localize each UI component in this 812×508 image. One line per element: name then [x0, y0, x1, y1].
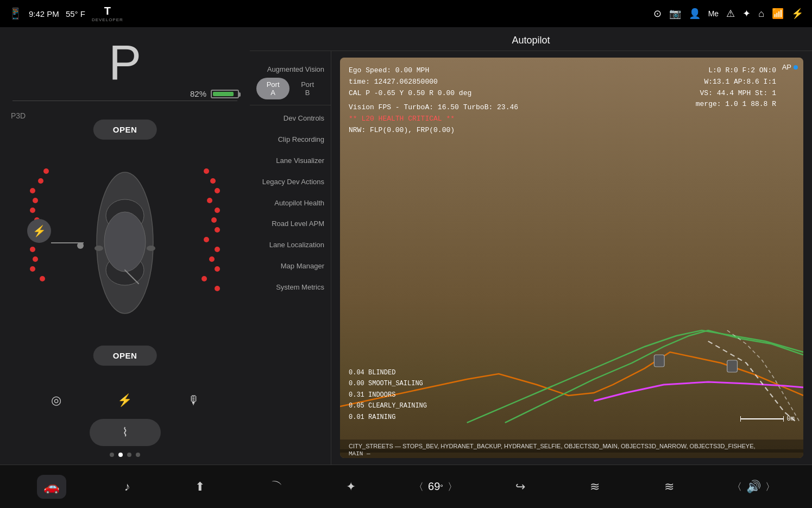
top-right-line4: merge: 1.0 1 88.8 R	[696, 99, 776, 110]
battery-percent: 82%	[190, 89, 206, 98]
developer-label: DEVELOPER	[92, 17, 123, 22]
page-dot	[127, 453, 131, 457]
taskbar-phone[interactable]: ↪	[509, 475, 532, 498]
circle-icon-button[interactable]: ◎	[44, 388, 68, 412]
taskbar-seatbelt[interactable]: ⌒	[263, 474, 288, 499]
person-icon[interactable]: 👤	[689, 8, 701, 20]
music-icon: ♪	[124, 480, 130, 494]
clearly-raining-text: 0.05 CLEARLY_RAINING	[349, 400, 427, 411]
heat1-icon: ≋	[590, 480, 600, 494]
left-panel: P 82% P3D OPEN	[0, 27, 250, 465]
wiper-button[interactable]: ⌇	[90, 419, 161, 446]
taskbar-music[interactable]: ♪	[118, 475, 137, 498]
home-icon[interactable]: ⌂	[758, 8, 764, 20]
ap-badge: AP	[782, 63, 798, 71]
svg-rect-8	[727, 360, 738, 372]
sidebar-item-clip-recording[interactable]: Clip Recording	[250, 130, 331, 150]
vol-left-chevron[interactable]: 〈	[732, 480, 742, 493]
top-right-line3: VS: 44.4 MPH St: 1	[696, 88, 776, 99]
steering-icon[interactable]: ⊙	[653, 8, 662, 20]
charge-icon: ⚡	[33, 224, 46, 237]
alert-icon[interactable]: ⚠	[726, 8, 735, 20]
svg-point-5	[95, 246, 103, 251]
sidebar-item-autopilot-health[interactable]: Autopilot Health	[250, 193, 331, 214]
lightning-icon-button[interactable]: ⚡	[113, 388, 137, 412]
menu-icon: ⬆	[195, 480, 205, 494]
status-bar-left: 📱 9:42 PM 55° F T DEVELOPER	[9, 5, 259, 22]
top-right-line2: W:13.1 AP:8.6 I:1	[696, 77, 776, 88]
main-label-bar: MAIN —	[340, 449, 803, 458]
taskbar-menu[interactable]: ⬆	[188, 475, 211, 498]
radar-dots-right	[202, 168, 220, 291]
taskbar-heat1[interactable]: ≋	[583, 475, 606, 498]
raining-text: 0.01 RAINING	[349, 412, 427, 423]
page-dot-active	[118, 453, 123, 457]
temp-value: 69°	[428, 480, 443, 493]
radar-dot	[30, 208, 35, 213]
indoors-text: 0.31 INDOORS	[349, 390, 427, 400]
taskbar-car[interactable]: 🚗	[37, 475, 66, 499]
page-dot	[110, 453, 114, 457]
sidebar-item-lane-visualizer[interactable]: Lane Visualizer	[250, 151, 331, 171]
sidebar-item-legacy-dev-actions[interactable]: Legacy Dev Actions	[250, 172, 331, 192]
radar-dot	[30, 266, 35, 272]
radar-dot	[43, 168, 49, 174]
distance-label: 0m	[787, 415, 795, 423]
radar-dot	[215, 227, 220, 233]
sidebar-item-lane-localization[interactable]: Lane Localization	[250, 235, 331, 255]
aug-vision-label: Augmented Vision	[267, 65, 324, 73]
taskbar-fan[interactable]: ✦	[339, 475, 362, 498]
page-dots	[110, 453, 140, 457]
park-indicator: P	[109, 38, 141, 87]
autopilot-header: Autopilot	[250, 27, 812, 51]
heat2-icon: ≋	[664, 480, 674, 494]
l20-health-text: ** L20 HEALTH CRITICAL **	[349, 114, 518, 125]
car-area: OPEN	[0, 103, 250, 382]
phone-icon: ↪	[515, 480, 525, 494]
wifi-icon[interactable]: 📶	[772, 8, 784, 20]
status-time: 9:42 PM	[29, 9, 59, 18]
charge-line	[51, 242, 84, 243]
cam-overlay-top-right: L:0 R:0 F:2 ON:0 W:13.1 AP:8.6 I:1 VS: 4…	[696, 65, 776, 110]
bluetooth-icon[interactable]: ⚡	[791, 8, 803, 20]
seatbelt-icon: ⌒	[267, 477, 284, 497]
open-bottom-button[interactable]: OPEN	[93, 346, 157, 366]
radar-dot	[215, 286, 220, 291]
temp-left-chevron[interactable]: 〈	[414, 480, 424, 493]
open-top-button[interactable]: OPEN	[93, 120, 157, 140]
display-area: AP Ego Speed: 0.00 MPH time: 12427.06285…	[331, 51, 812, 465]
blinded-text: 0.04 BLINDED	[349, 367, 427, 378]
radar-dot	[30, 247, 35, 252]
radar-dot	[40, 276, 45, 281]
vol-right-chevron[interactable]: 〉	[765, 480, 775, 493]
volume-icon: 🔊	[746, 480, 761, 494]
bottom-icons: ◎ ⚡ 🎙	[0, 382, 250, 419]
vision-fps-text: Vision FPS - TurboA: 16.50 TurboB: 23.46	[349, 102, 518, 114]
charge-button[interactable]: ⚡	[27, 219, 51, 243]
status-bar: 📱 9:42 PM 55° F T DEVELOPER ⊙ 📷 👤 Me ⚠ ✦…	[0, 0, 812, 27]
car-svg	[87, 161, 163, 324]
right-body: Augmented Vision Port A Port B Dev Contr…	[250, 51, 812, 465]
radar-dot	[202, 276, 207, 281]
radar-dot	[38, 178, 43, 184]
radar-dot	[215, 208, 220, 213]
port-b-button[interactable]: Port B	[291, 78, 324, 99]
top-right-line1: L:0 R:0 F:2 ON:0	[696, 65, 776, 77]
status-bar-right: ⊙ 📷 👤 Me ⚠ ✦ ⌂ 📶 ⚡	[653, 8, 803, 20]
sidebar-item-dev-controls[interactable]: Dev Controls	[250, 109, 331, 129]
mic-icon-button[interactable]: 🎙	[182, 388, 206, 412]
svg-point-6	[147, 246, 155, 251]
sidebar-item-road-level-apm[interactable]: Road Level APM	[250, 214, 331, 234]
sidebar-item-map-manager[interactable]: Map Manager	[250, 256, 331, 277]
port-buttons: Port A Port B	[256, 78, 324, 99]
port-a-button[interactable]: Port A	[256, 78, 289, 99]
brightness-icon[interactable]: ✦	[742, 8, 751, 20]
sidebar-item-system-metrics[interactable]: System Metrics	[250, 278, 331, 298]
fan-icon: ✦	[346, 480, 356, 494]
temp-right-chevron[interactable]: 〉	[448, 480, 457, 493]
svg-rect-7	[654, 355, 664, 367]
camera-icon[interactable]: 📷	[669, 8, 681, 20]
taskbar-heat2[interactable]: ≋	[658, 475, 681, 498]
radar-dot	[211, 217, 217, 223]
radar-dot	[215, 188, 220, 193]
